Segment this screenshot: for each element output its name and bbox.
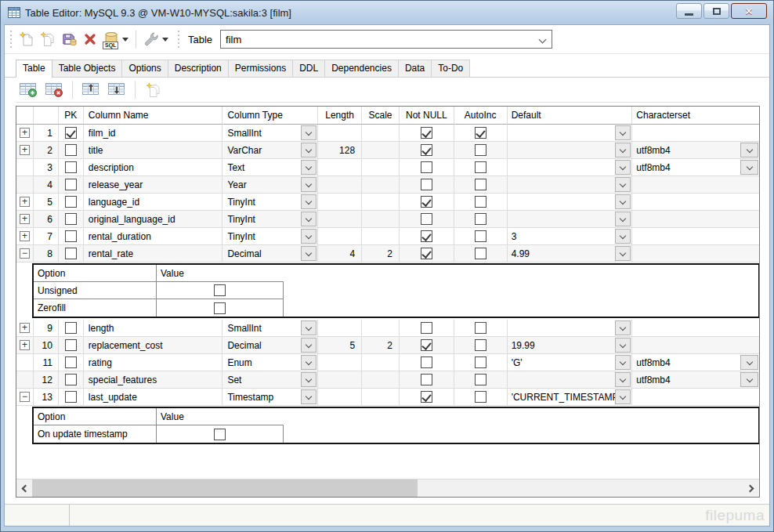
default-dropdown[interactable]	[615, 177, 631, 192]
header-auto-inc[interactable]: AutoInc	[454, 107, 508, 125]
charset-cell[interactable]	[632, 389, 759, 406]
expand-icon[interactable]: +	[20, 340, 30, 350]
table-row[interactable]: 12special_featuresSetutf8mb4	[16, 371, 759, 389]
not-null-checkbox[interactable]	[421, 213, 432, 225]
table-row[interactable]: +6original_language_idTinyInt	[16, 211, 759, 228]
scale-cell[interactable]	[362, 211, 400, 228]
column-type-cell[interactable]: Set	[222, 371, 318, 389]
auto-inc-checkbox[interactable]	[475, 230, 486, 242]
length-cell[interactable]	[318, 320, 362, 337]
length-cell[interactable]	[318, 371, 362, 389]
table-row[interactable]: 11ratingEnum'G'utf8mb4	[16, 354, 759, 371]
copy-column-button[interactable]	[142, 79, 165, 101]
delete-column-button[interactable]	[42, 79, 66, 101]
move-column-down-button[interactable]	[105, 79, 128, 101]
default-dropdown[interactable]	[615, 143, 631, 157]
tools-dropdown-arrow-icon[interactable]	[162, 38, 168, 42]
column-type-cell[interactable]: SmallInt	[222, 320, 318, 337]
column-type-cell[interactable]: Enum	[222, 354, 318, 371]
expand-icon[interactable]: +	[20, 145, 30, 155]
default-cell[interactable]	[508, 176, 633, 194]
column-type-dropdown[interactable]	[301, 320, 316, 335]
not-null-checkbox[interactable]	[421, 356, 432, 368]
column-type-cell[interactable]: VarChar	[222, 142, 318, 159]
delete-table-button[interactable]	[79, 29, 100, 50]
pk-checkbox[interactable]	[65, 230, 77, 242]
auto-inc-checkbox[interactable]	[475, 179, 486, 190]
table-row[interactable]: +5language_idTinyInt	[16, 194, 759, 211]
default-dropdown[interactable]	[615, 372, 631, 387]
pk-checkbox[interactable]	[65, 196, 77, 208]
pk-checkbox[interactable]	[65, 374, 77, 385]
scale-cell[interactable]	[362, 125, 400, 142]
default-cell[interactable]	[508, 320, 633, 337]
default-cell[interactable]: 'CURRENT_TIMESTAMP	[508, 389, 633, 406]
default-dropdown[interactable]	[615, 355, 631, 370]
sql-script-button[interactable]: SQL	[100, 29, 121, 50]
not-null-checkbox[interactable]	[421, 391, 432, 403]
charset-cell[interactable]	[632, 211, 759, 228]
pk-checkbox[interactable]	[65, 322, 77, 334]
pk-checkbox[interactable]	[65, 356, 77, 368]
not-null-checkbox[interactable]	[421, 127, 432, 139]
maximize-button[interactable]	[703, 3, 729, 19]
expand-icon[interactable]: +	[20, 231, 30, 241]
auto-inc-checkbox[interactable]	[475, 248, 486, 259]
column-type-cell[interactable]: SmallInt	[222, 125, 318, 142]
column-type-dropdown[interactable]	[301, 177, 316, 192]
scale-cell[interactable]	[362, 354, 400, 371]
header-charset[interactable]: Characterset	[632, 107, 759, 125]
default-dropdown[interactable]	[615, 229, 631, 244]
default-cell[interactable]: 'G'	[508, 354, 633, 371]
option-value-checkbox[interactable]	[214, 429, 226, 440]
table-row[interactable]: +7rental_durationTinyInt3	[16, 228, 759, 245]
not-null-checkbox[interactable]	[421, 144, 432, 156]
auto-inc-checkbox[interactable]	[475, 339, 486, 351]
scale-cell[interactable]	[362, 320, 400, 337]
not-null-checkbox[interactable]	[421, 161, 432, 173]
scale-cell[interactable]	[362, 142, 400, 159]
column-name-cell[interactable]: description	[84, 159, 223, 176]
column-name-cell[interactable]: original_language_id	[84, 211, 223, 228]
auto-inc-checkbox[interactable]	[475, 391, 486, 403]
expand-icon[interactable]: +	[20, 128, 30, 138]
charset-dropdown[interactable]	[740, 372, 758, 387]
column-name-cell[interactable]: rental_duration	[84, 228, 223, 245]
length-cell[interactable]: 5	[318, 337, 362, 354]
column-type-cell[interactable]: Decimal	[222, 337, 318, 354]
tab-to-do[interactable]: To-Do	[431, 60, 470, 77]
column-type-cell[interactable]: Decimal	[222, 245, 318, 262]
option-value-checkbox[interactable]	[214, 302, 226, 314]
column-type-dropdown[interactable]	[301, 160, 316, 175]
column-name-cell[interactable]: replacement_cost	[84, 337, 223, 354]
column-type-dropdown[interactable]	[301, 212, 316, 226]
charset-cell[interactable]	[632, 125, 759, 142]
duplicate-table-button[interactable]	[37, 29, 58, 50]
default-dropdown[interactable]	[615, 194, 631, 209]
default-cell[interactable]	[508, 125, 633, 142]
charset-dropdown[interactable]	[740, 143, 758, 157]
pk-checkbox[interactable]	[65, 391, 77, 403]
auto-inc-checkbox[interactable]	[475, 374, 486, 385]
horizontal-scrollbar[interactable]	[16, 479, 759, 497]
default-dropdown[interactable]	[615, 212, 631, 226]
table-row[interactable]: −8rental_rateDecimal424.99	[16, 245, 759, 262]
scrollbar-track[interactable]	[32, 480, 743, 497]
pk-checkbox[interactable]	[65, 144, 77, 156]
default-dropdown[interactable]	[615, 160, 631, 175]
tab-data[interactable]: Data	[398, 60, 432, 77]
default-dropdown[interactable]	[615, 125, 631, 140]
charset-cell[interactable]: utf8mb4	[632, 142, 759, 159]
charset-cell[interactable]: utf8mb4	[632, 371, 759, 389]
length-cell[interactable]	[318, 176, 362, 194]
not-null-checkbox[interactable]	[421, 196, 432, 208]
scroll-left-button[interactable]	[16, 480, 32, 497]
auto-inc-checkbox[interactable]	[475, 196, 486, 208]
option-value-cell[interactable]	[157, 299, 284, 317]
column-type-dropdown[interactable]	[301, 372, 316, 387]
table-row[interactable]: +9lengthSmallInt	[16, 320, 759, 337]
length-cell[interactable]	[318, 159, 362, 176]
tab-table-objects[interactable]: Table Objects	[52, 60, 123, 77]
scale-cell[interactable]	[362, 228, 400, 245]
length-cell[interactable]	[318, 228, 362, 245]
